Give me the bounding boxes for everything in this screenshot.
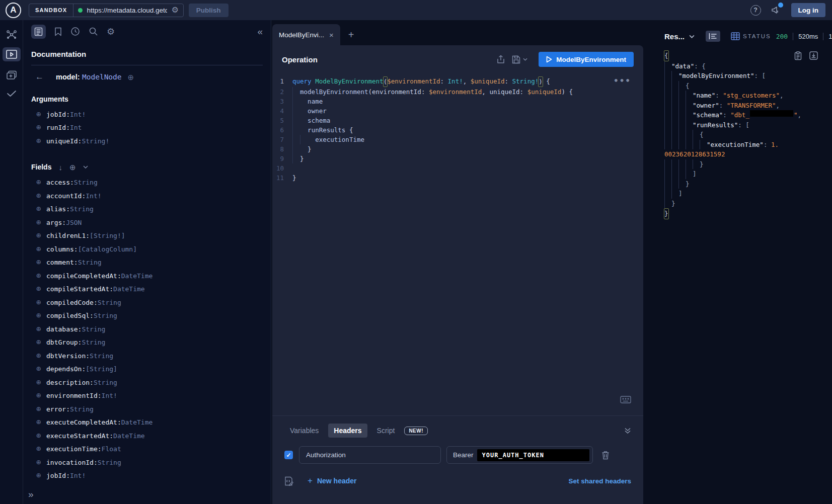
field-row[interactable]: ⊕compiledCode: String: [31, 296, 263, 309]
announcements-icon[interactable]: [770, 4, 782, 16]
add-field-icon[interactable]: ⊕: [31, 312, 46, 319]
field-row[interactable]: ⊕description: String: [31, 376, 263, 389]
checks-icon[interactable]: [6, 90, 17, 98]
changelog-icon[interactable]: [6, 70, 17, 80]
tab-script[interactable]: Script: [371, 424, 401, 438]
field-row[interactable]: ⊕dbtGroup: String: [31, 336, 263, 350]
new-header-button[interactable]: + New header: [308, 476, 357, 486]
set-shared-headers-button[interactable]: Set shared headers: [568, 477, 631, 485]
field-type[interactable]: String: [82, 339, 105, 346]
field-type[interactable]: [String]: [86, 365, 117, 373]
field-row[interactable]: ⊕executeCompletedAt: DateTime: [31, 416, 263, 430]
field-row[interactable]: ⊕columns: [CatalogColumn]: [31, 242, 263, 256]
add-field-icon[interactable]: ⊕: [31, 432, 46, 440]
add-field-icon[interactable]: ⊕: [31, 339, 46, 346]
field-row[interactable]: ⊕compiledSql: String: [31, 309, 263, 323]
field-type[interactable]: String: [70, 405, 94, 413]
field-type[interactable]: DateTime: [113, 432, 145, 440]
response-dropdown-icon[interactable]: [689, 35, 695, 38]
field-type[interactable]: String: [74, 179, 98, 186]
field-row[interactable]: ⊕accountId: Int!: [31, 189, 263, 203]
field-type[interactable]: String: [82, 325, 105, 333]
collapse-request-panel-icon[interactable]: [624, 427, 631, 434]
field-type[interactable]: [CatalogColumn]: [78, 245, 137, 253]
add-field-icon[interactable]: ⊕: [31, 418, 46, 426]
add-field-icon[interactable]: ⊕: [31, 285, 46, 293]
schema-graph-icon[interactable]: [6, 29, 17, 40]
field-type[interactable]: DateTime: [113, 285, 145, 293]
add-field-icon[interactable]: ⊕: [31, 379, 46, 386]
field-row[interactable]: ⊕access: String: [31, 176, 263, 190]
field-type[interactable]: String!: [82, 137, 109, 145]
download-response-icon[interactable]: [809, 51, 818, 60]
add-field-icon[interactable]: ⊕: [31, 459, 46, 466]
back-icon[interactable]: ←: [35, 72, 44, 82]
field-row[interactable]: ⊕alias: String: [31, 203, 263, 216]
field-type[interactable]: String: [90, 352, 113, 360]
field-row[interactable]: ⊕jobId: Int!: [31, 469, 263, 483]
share-operation-icon[interactable]: [497, 55, 505, 64]
auth-token-value[interactable]: YOUR_AUTH_TOKEN: [477, 449, 589, 461]
add-field-icon[interactable]: ⊕: [31, 299, 46, 306]
argument-row[interactable]: ⊕jobId: Int!: [31, 108, 263, 121]
add-all-fields-icon[interactable]: ⊕: [69, 163, 76, 171]
keyboard-shortcuts-icon[interactable]: [620, 396, 631, 403]
field-type[interactable]: String: [98, 299, 121, 306]
editor-options-icon[interactable]: •••: [614, 76, 631, 86]
publish-button[interactable]: Publish: [189, 4, 229, 17]
field-row[interactable]: ⊕childrenL1: [String!]: [31, 229, 263, 243]
argument-row[interactable]: ⊕uniqueId: String!: [31, 134, 263, 148]
add-field-icon[interactable]: ⊕: [31, 472, 46, 479]
tab-variables[interactable]: Variables: [284, 424, 324, 438]
run-operation-button[interactable]: ModelByEnvironment: [539, 52, 634, 67]
add-field-icon[interactable]: ⊕: [31, 111, 46, 118]
header-name-input[interactable]: Authorization: [299, 446, 441, 464]
field-type[interactable]: DateTime: [121, 418, 153, 426]
operation-tab[interactable]: ModelByEnvi... ×: [272, 24, 340, 45]
history-icon[interactable]: [70, 27, 80, 36]
fields-chevron-icon[interactable]: [83, 165, 88, 169]
add-field-icon[interactable]: ⊕: [31, 205, 46, 213]
endpoint-url-segment[interactable]: https://metadata.cloud.getd ⚙: [73, 4, 183, 17]
field-type[interactable]: String: [78, 259, 102, 266]
field-type[interactable]: Int!: [86, 192, 101, 200]
copy-response-icon[interactable]: [794, 51, 802, 60]
field-row[interactable]: ⊕error: String: [31, 402, 263, 416]
add-field-icon[interactable]: ⊕: [31, 272, 46, 280]
field-row[interactable]: ⊕executionTime: Float: [31, 443, 263, 456]
tree-view-icon[interactable]: [706, 31, 720, 42]
field-type[interactable]: String: [98, 459, 121, 466]
bookmarks-icon[interactable]: [54, 27, 62, 36]
endpoint-url-text[interactable]: https://metadata.cloud.getd: [87, 7, 167, 14]
response-body[interactable]: {"data": {"modelByEnvironment": [{"name"…: [664, 50, 824, 219]
header-enabled-checkbox[interactable]: ✓: [284, 451, 293, 459]
add-field-icon[interactable]: ⊕: [31, 245, 46, 253]
apollo-logo[interactable]: A: [6, 3, 21, 18]
close-tab-icon[interactable]: ×: [329, 31, 334, 39]
field-type[interactable]: String: [70, 205, 94, 213]
add-field-icon[interactable]: ⊕: [31, 124, 46, 131]
add-field-icon[interactable]: ⊕: [31, 259, 46, 266]
field-type[interactable]: Int: [70, 124, 82, 131]
field-row[interactable]: ⊕database: String: [31, 322, 263, 336]
field-type[interactable]: JSON: [66, 219, 82, 226]
add-field-icon[interactable]: ⊕: [31, 445, 46, 453]
field-row[interactable]: ⊕dependsOn: [String]: [31, 363, 263, 376]
field-type[interactable]: Int!: [102, 392, 117, 399]
field-type[interactable]: DateTime: [121, 272, 153, 280]
field-type[interactable]: String: [94, 312, 117, 319]
add-field-icon[interactable]: ⊕: [31, 219, 46, 226]
field-type[interactable]: Int!: [70, 472, 86, 479]
login-button[interactable]: Log in: [791, 3, 826, 17]
field-row[interactable]: ⊕executeStartedAt: DateTime: [31, 429, 263, 443]
table-view-icon[interactable]: [728, 30, 743, 42]
edit-headers-json-icon[interactable]: [284, 476, 293, 486]
field-row[interactable]: ⊕environmentId: Int!: [31, 389, 263, 403]
header-value-input[interactable]: Bearer YOUR_AUTH_TOKEN: [446, 446, 593, 464]
documentation-tab-icon[interactable]: [31, 25, 46, 39]
add-field-icon[interactable]: ⊕: [31, 392, 46, 399]
save-operation-icon[interactable]: [512, 55, 527, 64]
add-field-icon[interactable]: ⊕: [31, 352, 46, 360]
new-tab-icon[interactable]: +: [348, 29, 354, 41]
field-row[interactable]: ⊕comment: String: [31, 256, 263, 270]
